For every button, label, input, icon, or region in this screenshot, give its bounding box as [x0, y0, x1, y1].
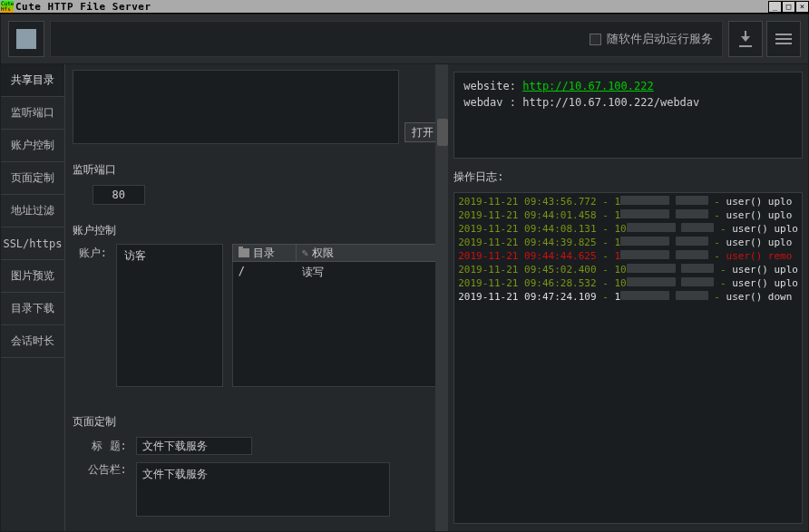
log-label: 操作日志: [453, 169, 803, 185]
redacted [620, 237, 669, 246]
stop-server-button[interactable] [8, 21, 44, 57]
sidebar: 共享目录 监听端口 账户控制 页面定制 地址过滤 SSL/https 图片预览 … [1, 64, 65, 531]
redacted [681, 264, 714, 273]
log-line: 2019-11-21 09:44:08.131 - 10 - user() up… [458, 222, 798, 236]
redacted [681, 277, 714, 286]
log-line: 2019-11-21 09:46:28.532 - 10 - user() up… [458, 276, 798, 290]
share-dir-list[interactable] [73, 70, 400, 144]
announce-input[interactable]: 文件下载服务 [136, 462, 390, 517]
download-icon [737, 31, 754, 47]
folder-icon [239, 248, 249, 257]
checkbox-icon [590, 34, 601, 45]
sidebar-item-port[interactable]: 监听端口 [1, 97, 64, 130]
sidebar-item-dirdownload[interactable]: 目录下载 [1, 293, 64, 325]
hamburger-icon [775, 34, 792, 35]
page-section-title: 页面定制 [73, 414, 441, 430]
port-input[interactable] [93, 185, 145, 205]
main-area: 共享目录 监听端口 账户控制 页面定制 地址过滤 SSL/https 图片预览 … [0, 64, 809, 532]
settings-panel: 打开 监听端口 账户控制 账户: 访客 目录 ✎ 权限 [65, 64, 448, 531]
sidebar-item-session[interactable]: 会话时长 [1, 325, 64, 358]
settings-scrollbar[interactable] [435, 64, 448, 531]
page-title-input[interactable] [136, 437, 252, 455]
sidebar-item-account[interactable]: 账户控制 [1, 130, 64, 162]
redacted [627, 223, 676, 232]
account-label: 账户: [73, 244, 107, 387]
app-icon: CuteHfs [1, 1, 14, 13]
perm-row[interactable]: / 读写 [233, 262, 440, 283]
maximize-button[interactable]: □ [782, 1, 795, 13]
sidebar-item-ssl[interactable]: SSL/https [1, 227, 64, 260]
perm-header-dir[interactable]: 目录 [233, 245, 297, 261]
log-line: 2019-11-21 09:44:44.625 - 1 - user() rem… [458, 249, 798, 263]
website-link[interactable]: http://10.67.100.222 [522, 80, 654, 92]
autostart-label: 随软件启动运行服务 [607, 31, 713, 47]
log-line: 2019-11-21 09:43:56.772 - 1 - user() upl… [458, 195, 798, 208]
webdav-url: http://10.67.100.222/webdav [522, 96, 699, 109]
account-section-title: 账户控制 [73, 223, 441, 238]
sidebar-item-page[interactable]: 页面定制 [1, 162, 64, 195]
redacted [620, 196, 669, 205]
wrench-icon: ✎ [302, 247, 308, 259]
sidebar-item-imgpreview[interactable]: 图片预览 [1, 260, 64, 293]
permission-table: 目录 ✎ 权限 / 读写 [232, 244, 441, 387]
account-list[interactable]: 访客 [116, 244, 223, 387]
announce-label: 公告栏: [73, 462, 127, 478]
sidebar-item-share[interactable]: 共享目录 [1, 64, 64, 97]
redacted [676, 291, 708, 300]
redacted [676, 237, 708, 246]
redacted [620, 291, 669, 300]
toolbar: 随软件启动运行服务 [0, 14, 809, 64]
redacted [627, 277, 676, 286]
redacted [681, 223, 714, 232]
window-title: Cute HTTP File Server [15, 1, 151, 13]
info-panel: website: http://10.67.100.222 webdav : h… [448, 64, 808, 531]
page-title-label: 标 题: [73, 439, 127, 454]
log-line: 2019-11-21 09:44:01.458 - 1 - user() upl… [458, 208, 798, 222]
redacted [676, 250, 708, 259]
download-button[interactable] [728, 21, 763, 57]
redacted [627, 264, 676, 273]
redacted [620, 250, 669, 259]
menu-button[interactable] [766, 21, 801, 57]
log-box[interactable]: 2019-11-21 09:43:56.772 - 1 - user() upl… [453, 192, 803, 524]
log-line: 2019-11-21 09:47:24.109 - 1 - user() dow… [458, 290, 798, 304]
stop-icon [16, 29, 36, 49]
perm-header-mode[interactable]: ✎ 权限 [297, 245, 440, 261]
redacted [676, 209, 708, 218]
window-titlebar: CuteHfs Cute HTTP File Server _ □ × [0, 0, 809, 14]
log-line: 2019-11-21 09:45:02.400 - 10 - user() up… [458, 263, 798, 276]
autostart-checkbox[interactable]: 随软件启动运行服务 [590, 31, 713, 47]
sidebar-item-addrfilter[interactable]: 地址过滤 [1, 195, 64, 227]
redacted [620, 209, 669, 218]
url-box: website: http://10.67.100.222 webdav : h… [453, 72, 803, 159]
redacted [676, 196, 708, 205]
account-item[interactable]: 访客 [124, 248, 215, 264]
log-line: 2019-11-21 09:44:39.825 - 1 - user() upl… [458, 236, 798, 249]
close-button[interactable]: × [795, 1, 809, 13]
port-section-title: 监听端口 [73, 162, 441, 178]
minimize-button[interactable]: _ [768, 1, 782, 13]
